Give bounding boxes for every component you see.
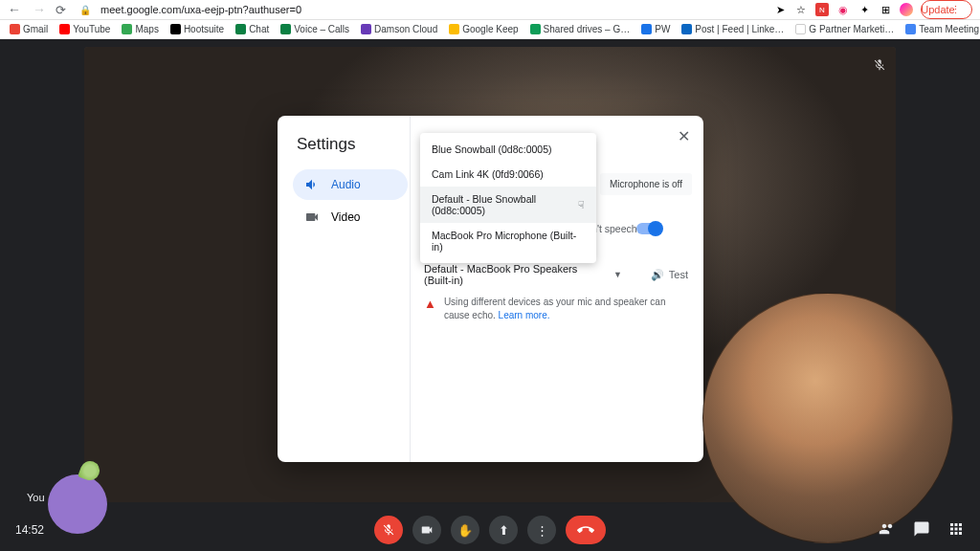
dropdown-option[interactable]: Default - Blue Snowball (0d8c:0005)☟ bbox=[420, 187, 596, 223]
camera-icon bbox=[304, 209, 320, 225]
call-controls: ✋ ⬆ ⋮ bbox=[374, 516, 606, 544]
bookmark-team[interactable]: Team Meeting bbox=[905, 24, 979, 34]
url-bar[interactable]: meet.google.com/uxa-eejp-ptn?authuser=0 bbox=[100, 4, 764, 15]
chat-button[interactable] bbox=[913, 520, 930, 540]
update-button[interactable]: Update⋮ bbox=[921, 0, 972, 19]
extensions-icon[interactable]: ✦ bbox=[858, 3, 871, 16]
settings-modal: Settings Audio Video ✕ Blue Snowball (0d… bbox=[278, 116, 703, 462]
right-panel-icons bbox=[879, 520, 965, 540]
test-speaker-button[interactable]: 🔊 Test bbox=[651, 269, 688, 281]
settings-content: ✕ Blue Snowball (0d8c:0005) Cam Link 4K … bbox=[410, 116, 703, 462]
mic-muted-icon bbox=[873, 58, 886, 75]
echo-warning: ▲ Using different devices as your mic an… bbox=[424, 296, 688, 322]
bookmarks-bar: Gmail YouTube Maps Hootsuite Chat Voice … bbox=[0, 20, 980, 39]
bookmark-gmail[interactable]: Gmail bbox=[10, 24, 48, 34]
speaker-icon bbox=[304, 177, 320, 192]
meet-bottom-bar: 14:52 ✋ ⬆ ⋮ bbox=[0, 509, 980, 551]
you-label: You bbox=[27, 492, 45, 503]
clock: 14:52 bbox=[15, 523, 44, 537]
browser-toolbar: ← → ⟳ 🔒 meet.google.com/uxa-eejp-ptn?aut… bbox=[0, 0, 980, 20]
mic-status-chip: Microphone is off bbox=[600, 173, 692, 195]
noise-cancel-toggle[interactable] bbox=[636, 223, 661, 234]
lock-icon: 🔒 bbox=[79, 5, 91, 15]
end-call-button[interactable] bbox=[566, 516, 606, 544]
present-button[interactable]: ⬆ bbox=[489, 516, 518, 544]
camera-toggle-button[interactable] bbox=[412, 516, 441, 544]
speaker-selector[interactable]: Default - MacBook Pro Speakers (Built-in… bbox=[424, 263, 641, 286]
back-button[interactable]: ← bbox=[8, 2, 21, 17]
bookmark-keep[interactable]: Google Keep bbox=[449, 24, 518, 34]
ext-icon[interactable]: ◉ bbox=[836, 3, 850, 16]
activities-button[interactable] bbox=[947, 520, 965, 540]
cursor-icon: ☟ bbox=[578, 199, 585, 211]
bookmark-maps[interactable]: Maps bbox=[122, 24, 158, 34]
settings-sidebar: Settings Audio Video bbox=[278, 116, 410, 462]
dropdown-option[interactable]: MacBook Pro Microphone (Built-in) bbox=[420, 223, 596, 259]
bookmark-damson[interactable]: Damson Cloud bbox=[361, 24, 437, 34]
meet-app: Settings Audio Video ✕ Blue Snowball (0d… bbox=[0, 39, 980, 551]
bookmark-linkedin[interactable]: Post | Feed | Linke… bbox=[681, 24, 784, 34]
nav-video[interactable]: Video bbox=[293, 202, 408, 232]
bookmark-gpartner[interactable]: G Partner Marketi… bbox=[795, 24, 894, 34]
extension-icons: ➤ ☆ N ◉ ✦ ⊞ Update⋮ bbox=[773, 0, 972, 19]
speaker-value: Default - MacBook Pro Speakers (Built-in… bbox=[424, 263, 608, 286]
reload-button[interactable]: ⟳ bbox=[56, 3, 66, 17]
bookmark-pw[interactable]: PW bbox=[641, 24, 670, 34]
ext-icon[interactable]: N bbox=[815, 3, 829, 16]
bookmark-hootsuite[interactable]: Hootsuite bbox=[170, 24, 224, 34]
dropdown-option[interactable]: Blue Snowball (0d8c:0005) bbox=[420, 137, 596, 162]
dropdown-option[interactable]: Cam Link 4K (0fd9:0066) bbox=[420, 162, 596, 187]
microphone-dropdown: Blue Snowball (0d8c:0005) Cam Link 4K (0… bbox=[420, 133, 596, 263]
star-icon[interactable]: ☆ bbox=[794, 3, 808, 16]
ext-icon[interactable]: ⊞ bbox=[879, 3, 892, 16]
mic-toggle-button[interactable] bbox=[374, 516, 403, 544]
nav-label: Audio bbox=[331, 178, 361, 191]
chevron-down-icon: ▼ bbox=[613, 270, 622, 279]
close-button[interactable]: ✕ bbox=[678, 127, 690, 145]
nav-arrows: ← → bbox=[8, 2, 46, 17]
profile-avatar[interactable] bbox=[900, 3, 913, 16]
bookmark-youtube[interactable]: YouTube bbox=[59, 24, 110, 34]
bookmark-chat[interactable]: Chat bbox=[235, 24, 269, 34]
forward-button[interactable]: → bbox=[33, 2, 46, 17]
ext-icon[interactable]: ➤ bbox=[773, 3, 787, 16]
settings-title: Settings bbox=[293, 135, 410, 154]
nav-label: Video bbox=[331, 210, 360, 224]
bookmark-voice[interactable]: Voice – Calls bbox=[280, 24, 349, 34]
nav-audio[interactable]: Audio bbox=[293, 169, 408, 200]
people-button[interactable] bbox=[879, 520, 896, 540]
warning-icon: ▲ bbox=[424, 296, 436, 322]
learn-more-link[interactable]: Learn more. bbox=[499, 310, 550, 320]
more-options-button[interactable]: ⋮ bbox=[527, 516, 556, 544]
sound-icon: 🔊 bbox=[651, 269, 664, 281]
raise-hand-button[interactable]: ✋ bbox=[451, 516, 479, 544]
bookmark-drives[interactable]: Shared drives – G… bbox=[530, 24, 631, 34]
self-view-bubble[interactable] bbox=[702, 293, 953, 543]
